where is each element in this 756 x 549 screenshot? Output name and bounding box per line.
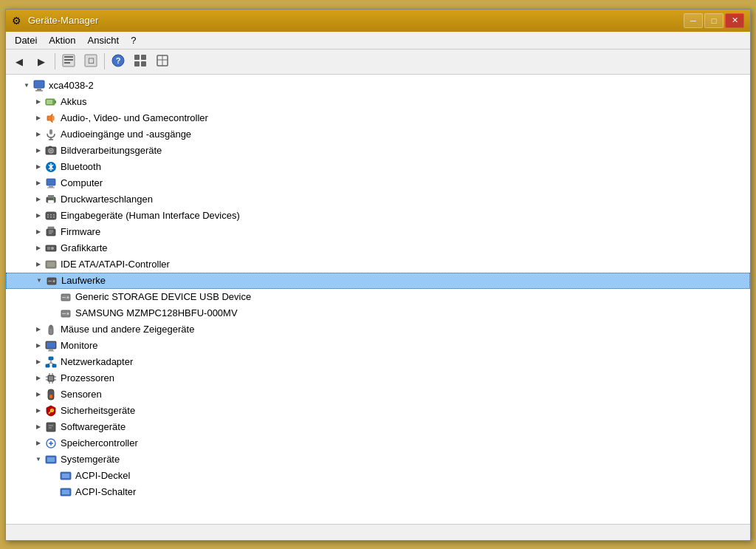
minimize-button[interactable]: ─ — [684, 13, 703, 28]
tree-item-computer[interactable]: Computer — [6, 175, 750, 191]
systemgerate-expander[interactable] — [32, 454, 44, 466]
device-view-button[interactable] — [130, 52, 151, 71]
tree-item-bluetooth[interactable]: Bluetooth — [6, 159, 750, 175]
help-button[interactable]: ? — [108, 52, 128, 71]
akkus-label: Akkus — [61, 96, 86, 107]
tree-item-software[interactable]: Softwaregeräte — [6, 419, 750, 435]
netzwerk-expander[interactable] — [32, 356, 44, 368]
tree-item-netzwerk[interactable]: Netzwerkadapter — [6, 354, 750, 370]
device-view-icon — [134, 54, 147, 69]
drucker-expander[interactable] — [32, 194, 44, 205]
firmware-icon — [44, 225, 58, 239]
svg-rect-67 — [48, 350, 54, 351]
forward-button[interactable]: ▶ — [31, 52, 52, 71]
monitore-expander[interactable] — [32, 340, 44, 352]
tree-item-sicherheit[interactable]: 🔑 Sicherheitsgeräte — [6, 403, 750, 419]
svg-rect-38 — [47, 214, 49, 216]
sensoren-expander[interactable] — [32, 389, 44, 400]
menu-help[interactable]: ? — [125, 33, 142, 47]
svg-rect-30 — [47, 179, 55, 185]
svg-rect-10 — [134, 61, 140, 67]
resource-view-button[interactable] — [152, 52, 173, 71]
root-expander[interactable] — [21, 80, 32, 92]
akkus-expander[interactable] — [32, 96, 44, 108]
svg-point-51 — [51, 247, 54, 250]
pc-svg — [45, 177, 57, 189]
tree-item-laufwerke[interactable]: Laufwerke — [6, 273, 750, 289]
content-area: xca4038-2 Akkus — [6, 75, 750, 524]
tree-item-grafik[interactable]: Grafikkarte — [6, 240, 750, 256]
tree-root[interactable]: xca4038-2 — [6, 78, 750, 94]
tree-item-generic-storage[interactable]: Generic STORAGE DEVICE USB Device — [6, 289, 750, 305]
close-button[interactable]: ✕ — [725, 13, 744, 28]
firmware-expander[interactable] — [32, 226, 44, 238]
tree-item-audio[interactable]: Audio-, Video- und Gamecontroller — [6, 110, 750, 126]
titlebar-left: ⚙ Geräte-Manager — [12, 15, 98, 27]
camera-svg — [45, 145, 57, 157]
grafik-expander[interactable] — [32, 242, 44, 254]
tree-item-mause[interactable]: Mäuse und andere Zeigegeräte — [6, 321, 750, 338]
audioeingabe-expander[interactable] — [32, 129, 44, 140]
computer-expander[interactable] — [32, 177, 44, 189]
tree-item-bildverarbeitung[interactable]: Bildverarbeitungsgeräte — [6, 143, 750, 159]
svg-rect-8 — [134, 55, 140, 60]
svg-rect-45 — [48, 227, 54, 229]
tree-item-samsung[interactable]: SAMSUNG MZMPC128HBFU-000MV — [6, 305, 750, 321]
scan-button[interactable]: ☐ — [80, 52, 101, 71]
battery-svg — [45, 96, 57, 108]
help-icon: ? — [111, 54, 125, 69]
statusbar — [6, 524, 750, 540]
tree-item-acpi-deckel[interactable]: ACPI-Deckel — [6, 468, 750, 484]
tree-item-speicher[interactable]: Speichercontroller — [6, 435, 750, 451]
tree-item-monitore[interactable]: Monitore — [6, 338, 750, 354]
gpu-svg — [45, 242, 57, 254]
svg-rect-20 — [47, 100, 52, 104]
restore-button[interactable]: □ — [704, 13, 724, 28]
tree-item-firmware[interactable]: Firmware — [6, 224, 750, 240]
svg-rect-28 — [49, 146, 52, 148]
window-icon: ⚙ — [12, 15, 24, 27]
menu-aktion[interactable]: Aktion — [43, 33, 81, 47]
audioeingabe-icon — [44, 128, 58, 141]
properties-button[interactable] — [58, 52, 79, 71]
speicher-expander[interactable] — [32, 437, 44, 449]
bildv-expander[interactable] — [32, 145, 44, 157]
resource-view-svg — [156, 54, 169, 67]
software-label: Softwaregeräte — [61, 421, 126, 432]
sicherheit-expander[interactable] — [32, 405, 44, 417]
svg-rect-22 — [49, 129, 52, 134]
acpi-deckel-icon — [59, 469, 72, 482]
back-button[interactable]: ◀ — [9, 52, 30, 71]
mause-expander[interactable] — [32, 324, 44, 335]
tree-item-ide[interactable]: IDE ATA/ATAPI-Controller — [6, 256, 750, 273]
tree-item-akkus[interactable]: Akkus — [6, 94, 750, 110]
samsung-expander — [47, 307, 59, 319]
window-title: Geräte-Manager — [28, 15, 98, 26]
device-view-svg — [134, 54, 147, 67]
tree-item-drucker[interactable]: Druckwarteschlangen — [6, 191, 750, 208]
ide-expander[interactable] — [32, 259, 44, 270]
tree-item-acpi-schalter[interactable]: ACPI-Schalter — [6, 484, 750, 500]
properties-icon — [62, 54, 75, 69]
laufwerke-expander[interactable] — [33, 275, 45, 287]
svg-rect-42 — [50, 216, 52, 218]
eingabe-expander[interactable] — [32, 210, 44, 222]
tree-item-sensoren[interactable]: Sensoren — [6, 386, 750, 403]
tree-item-systemgerate[interactable]: Systemgeräte — [6, 451, 750, 468]
tree-item-eingabe[interactable]: Eingabegeräte (Human Interface Devices) — [6, 208, 750, 224]
back-icon: ◀ — [16, 56, 23, 67]
speicher-icon — [44, 437, 58, 450]
software-expander[interactable] — [32, 421, 44, 433]
svg-rect-1 — [64, 56, 73, 58]
menu-datei[interactable]: Datei — [9, 33, 43, 47]
tree-item-audioeingabe[interactable]: Audioeingänge und -ausgänge — [6, 126, 750, 143]
device-tree[interactable]: xca4038-2 Akkus — [6, 75, 750, 524]
scan-svg: ☐ — [84, 54, 97, 67]
grafik-label: Grafikkarte — [61, 242, 108, 253]
tree-item-prozessoren[interactable]: Prozessoren — [6, 370, 750, 386]
prozessoren-expander[interactable] — [32, 372, 44, 384]
bluetooth-expander[interactable] — [32, 161, 44, 173]
menu-ansicht[interactable]: Ansicht — [82, 33, 126, 47]
audio-expander[interactable] — [32, 112, 44, 124]
svg-marker-21 — [47, 114, 52, 123]
